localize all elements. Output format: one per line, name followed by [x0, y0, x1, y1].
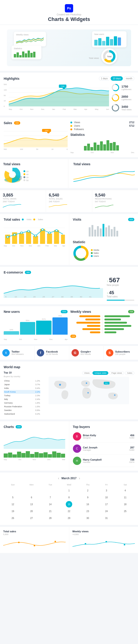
social-twitter-info: Twitter 954 followers: [12, 350, 24, 355]
cal-thu: Thu: [79, 483, 97, 487]
highlights-chart: 500 100 50 10 0: [4, 84, 109, 112]
country-sweden: Sweden0.9%: [4, 408, 40, 412]
cal-day-6[interactable]: 6: [28, 494, 35, 500]
cal-day-14[interactable]: 14: [47, 501, 54, 508]
cal-day-22[interactable]: 22: [66, 508, 72, 514]
cal-day-19[interactable]: 19: [10, 508, 16, 514]
total-views-line-chart: [73, 168, 135, 184]
statistics-bars: [70, 138, 134, 150]
cal-day-31[interactable]: 31: [103, 515, 110, 521]
calendar-grid: Sun Mon Tue Wed Thu Fri Sat 1 2 3 4 5 6 …: [4, 483, 134, 521]
social-google: G Google+ 831 friends: [69, 346, 104, 360]
charts-badge: 589: [16, 425, 22, 428]
cal-day-13[interactable]: 13: [28, 501, 35, 508]
cal-day-9[interactable]: 9: [84, 494, 91, 500]
country-japan: Japan3.7%: [4, 383, 40, 386]
svg-point-96: [34, 545, 35, 546]
map-tab-page[interactable]: Page views: [109, 371, 124, 375]
btn-1day[interactable]: 1 days: [99, 76, 110, 81]
cal-day-20[interactable]: 20: [28, 508, 35, 514]
cal-day-15-today[interactable]: 15: [66, 501, 72, 508]
svg-rect-24: [84, 146, 87, 150]
sales-badge: 150: [14, 121, 20, 124]
highlights-stats: 1750 Lightboxes 2850 Lightboxes: [111, 84, 134, 112]
cal-day-10[interactable]: 10: [103, 494, 110, 500]
buyer-brian: B Brian Kelly designer 456 /1080: [73, 430, 134, 443]
page-header: Ps Created with Photoshop Charts & Widge…: [0, 0, 138, 25]
svg-point-55: [14, 234, 16, 236]
charts-area-svg: [4, 430, 65, 449]
cal-next[interactable]: ›: [79, 476, 80, 480]
cal-empty-1: [10, 487, 16, 494]
cal-day-25[interactable]: 25: [122, 508, 128, 514]
highlights-stat-2: 2850 Lightboxes: [111, 94, 134, 102]
buyer-info-harry: Harry Campbell member: [83, 458, 128, 463]
btn-10days[interactable]: 10 days: [111, 76, 123, 81]
cal-day-12[interactable]: 12: [10, 501, 16, 508]
country-south-korea: South Korea2.2%: [4, 390, 40, 394]
svg-point-40: [9, 172, 16, 178]
cal-day-11[interactable]: 11: [122, 494, 128, 500]
cal-sun: Sun: [4, 483, 22, 487]
cal-mon: Mon: [22, 483, 40, 487]
world-inner: Top 10 Buyers by country China1.2% Japan…: [4, 371, 134, 416]
svg-point-54: [6, 236, 9, 238]
visits-section: Total sales Visits Sales: [0, 214, 138, 265]
country-list: China1.2% Japan3.7% India0.4% South Kore…: [4, 379, 40, 416]
total-sales-x: SepOctNovDecJanFebMarApr: [4, 245, 65, 247]
cal-day-24[interactable]: 24: [103, 508, 110, 514]
cal-empty-end: [122, 515, 128, 521]
map-tab-unique[interactable]: Unique visits: [92, 371, 108, 375]
cal-day-3[interactable]: 3: [103, 487, 110, 494]
metric-total-views: 3,865 Total views 2567 TODAY: [0, 190, 46, 212]
cal-day-21[interactable]: 21: [47, 508, 54, 514]
new-users-chart: New users 75% 15% 55% 61% 75%: [4, 310, 68, 340]
svg-text:Total: Total: [107, 56, 111, 58]
ecommerce-area-chart: 5 10 15 20 25 27 30 35 40 41: [4, 280, 103, 298]
cal-day-26[interactable]: 26: [10, 515, 16, 521]
map-tab-views[interactable]: Views: [82, 371, 92, 375]
cal-prev[interactable]: ‹: [58, 476, 59, 480]
cal-day-4[interactable]: 4: [122, 487, 128, 494]
google-icon: G: [72, 349, 79, 356]
cal-day-17[interactable]: 17: [103, 501, 110, 508]
map-tab-sales[interactable]: Sales: [125, 371, 134, 375]
svg-text:40: 40: [80, 296, 82, 298]
svg-rect-51: [47, 234, 52, 244]
cal-day-5[interactable]: 5: [10, 494, 16, 500]
new-users-x: SepOctNovDecApr: [4, 338, 68, 340]
buyer-carl: C Carl Joseph manager 287 /1080: [73, 443, 134, 455]
cal-day-30[interactable]: 30: [84, 515, 91, 521]
cal-day-7[interactable]: 7: [47, 494, 54, 500]
cal-day-23[interactable]: 23: [84, 508, 91, 514]
highlights-btn-group: 1 days 10 days month: [99, 76, 134, 81]
btn-month[interactable]: month: [124, 76, 134, 81]
cal-day-27[interactable]: 27: [28, 515, 35, 521]
total-sales-svg: [4, 223, 65, 244]
cal-day-16[interactable]: 16: [84, 501, 91, 508]
svg-rect-62: [88, 227, 90, 236]
country-table: Top 10 Buyers by country China1.2% Japan…: [4, 371, 40, 416]
twitter-icon: t: [2, 349, 10, 356]
svg-point-61: [56, 230, 58, 232]
cal-day-1[interactable]: 1: [66, 487, 72, 494]
preview-section: Weekly views New users Statistics: [0, 25, 138, 71]
world-map-section: World map Top 10 Buyers by country China…: [0, 362, 138, 420]
svg-rect-53: [61, 235, 65, 244]
ecom-progress-fill: [107, 300, 125, 301]
cal-day-28[interactable]: 28: [47, 515, 54, 521]
svg-text:150: 150: [44, 130, 48, 132]
calendar-section: ‹ March 2017 › Sun Mon Tue Wed Thu Fri S…: [0, 472, 138, 525]
svg-rect-66: [100, 228, 102, 236]
cal-day-29[interactable]: 29: [66, 515, 72, 521]
svg-rect-47: [19, 234, 24, 244]
cal-day-8[interactable]: 8: [66, 494, 72, 500]
cal-day-18[interactable]: 18: [122, 501, 128, 508]
total-sales-chart: Total sales Visits Sales: [0, 214, 69, 265]
ecommerce-badge: 388: [25, 271, 31, 274]
svg-text:10: 10: [14, 296, 17, 298]
preview-new-users-card: New users: [92, 31, 126, 47]
new-users-weekly-section: New users 75% 15% 55% 61% 75%: [0, 306, 138, 344]
svg-text:27: 27: [52, 296, 54, 298]
cal-day-2[interactable]: 2: [84, 487, 91, 494]
